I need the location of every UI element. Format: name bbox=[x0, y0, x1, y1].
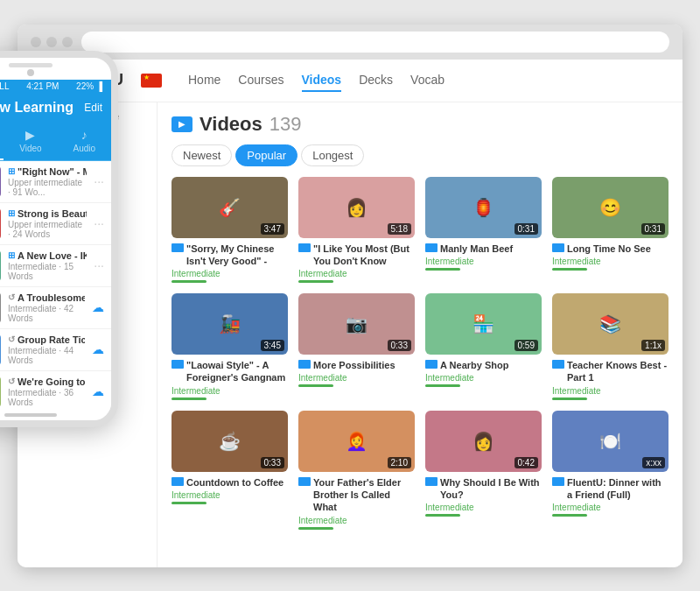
video-card[interactable]: 🍽️x:xxFluentU: Dinner with a Friend (Ful… bbox=[552, 411, 668, 530]
video-duration: x:xx bbox=[642, 457, 665, 468]
edit-button[interactable]: Edit bbox=[84, 102, 102, 114]
videos-section-icon: ▶ bbox=[172, 116, 192, 132]
item-info: ⊞"Right Now" - M...Upper intermediate · … bbox=[8, 166, 87, 197]
lang-badge-icon bbox=[298, 477, 311, 486]
video-title: Manly Man Beef bbox=[425, 243, 542, 255]
nav-vocab[interactable]: Vocab bbox=[410, 69, 444, 92]
item-thumbnail: 🛋️1:03 bbox=[0, 250, 1, 281]
video-card[interactable]: 📷0:33More PossibilitiesIntermediate bbox=[298, 293, 415, 400]
item-badge-icon: ↺ bbox=[8, 292, 15, 302]
video-card[interactable]: 😊0:31Long Time No SeeIntermediate bbox=[552, 177, 668, 284]
tab-audio-label: Audio bbox=[74, 144, 96, 153]
header-nav: Home Courses Videos Decks Vocab bbox=[188, 69, 444, 92]
video-duration: 3:45 bbox=[261, 340, 284, 351]
video-duration: 1:1x bbox=[641, 340, 665, 351]
video-level: Intermediate bbox=[425, 503, 542, 512]
nav-decks[interactable]: Decks bbox=[359, 69, 393, 92]
nav-courses[interactable]: Courses bbox=[238, 69, 284, 92]
video-card[interactable]: 🎸3:47"Sorry, My Chinese Isn't Very Good"… bbox=[172, 177, 288, 284]
video-title: More Possibilities bbox=[298, 359, 415, 371]
video-level: Intermediate bbox=[298, 516, 415, 525]
video-title: Why Should I Be With You? bbox=[425, 476, 542, 502]
lang-badge-icon bbox=[552, 243, 564, 252]
filter-newest[interactable]: Newest bbox=[172, 144, 232, 166]
item-action-icon[interactable]: ☁ bbox=[92, 342, 104, 356]
list-item[interactable]: 🎵3:53⊞"Right Now" - M...Upper intermedia… bbox=[0, 161, 111, 203]
filter-popular[interactable]: Popular bbox=[235, 144, 298, 166]
video-level: Intermediate bbox=[172, 386, 288, 396]
video-card[interactable]: 🏮0:31Manly Man BeefIntermediate bbox=[425, 177, 542, 284]
video-card[interactable]: 👩‍🦰2:10Your Father's Elder Brother Is Ca… bbox=[298, 411, 415, 530]
battery-label: 22% ▐ bbox=[76, 81, 102, 91]
language-flag[interactable] bbox=[141, 74, 162, 88]
tab-video[interactable]: ▶ Video bbox=[4, 123, 57, 160]
address-bar[interactable] bbox=[81, 32, 669, 53]
list-item[interactable]: 👥0:25↺We're Going to Be L...Intermediate… bbox=[0, 371, 111, 410]
nav-videos[interactable]: Videos bbox=[302, 69, 342, 92]
phone-tab-bar: ⊞ All ▶ Video ♪ Audio bbox=[0, 123, 111, 161]
item-thumbnail: 🎵3:53 bbox=[0, 166, 1, 197]
video-level: Intermediate bbox=[172, 269, 288, 278]
tab-audio[interactable]: ♪ Audio bbox=[58, 123, 111, 160]
video-card[interactable]: 🚂3:45"Laowai Style" - A Foreigner's Gang… bbox=[172, 293, 288, 400]
filter-longest[interactable]: Longest bbox=[301, 144, 364, 166]
video-card[interactable]: 📚1:1xTeacher Knows Best - Part 1Intermed… bbox=[552, 293, 668, 400]
list-item[interactable]: 🛋️1:03⊞A New Love - IKEA's Viral...Inter… bbox=[0, 245, 111, 287]
close-dot[interactable] bbox=[31, 37, 41, 47]
lang-badge-icon bbox=[552, 360, 564, 369]
video-level: Intermediate bbox=[552, 386, 668, 396]
maximize-dot[interactable] bbox=[62, 37, 73, 47]
video-level: Intermediate bbox=[552, 503, 668, 512]
browser-chrome bbox=[18, 25, 682, 60]
item-action-icon[interactable]: ··· bbox=[94, 258, 104, 272]
item-title: ⊞Strong is Beautiful - Nike bbox=[8, 208, 87, 219]
video-level: Intermediate bbox=[172, 490, 288, 500]
list-item[interactable]: 🎫0:40↺Group Rate TicketsIntermediate · 4… bbox=[0, 329, 111, 371]
video-level: Intermediate bbox=[425, 373, 542, 383]
list-item[interactable]: 💪0:32⊞Strong is Beautiful - NikeUpper in… bbox=[0, 203, 111, 245]
item-meta: Intermediate · 44 Words bbox=[8, 346, 85, 365]
lang-badge-icon bbox=[298, 243, 311, 252]
minimize-dot[interactable] bbox=[46, 37, 57, 47]
item-action-icon[interactable]: ··· bbox=[94, 174, 104, 188]
item-thumbnail: 👥0:25 bbox=[0, 376, 1, 407]
list-item[interactable]: 📋0:37↺A Troublesome VisaIntermediate · 4… bbox=[0, 287, 111, 329]
phone-camera bbox=[27, 69, 34, 76]
video-card[interactable]: 🏪0:59A Nearby ShopIntermediate bbox=[425, 293, 542, 400]
video-level: Intermediate bbox=[552, 257, 668, 266]
item-title: ⊞A New Love - IKEA's Viral... bbox=[8, 250, 87, 261]
item-badge-icon: ⊞ bbox=[8, 166, 15, 176]
video-level: Intermediate bbox=[425, 257, 542, 266]
phone-list: 🎵3:53⊞"Right Now" - M...Upper intermedia… bbox=[0, 161, 111, 410]
videos-area: ▶ Videos 139 Newest Popular Longest 🎸3:4… bbox=[158, 102, 682, 567]
item-thumbnail: 💪0:32 bbox=[0, 208, 1, 239]
video-card[interactable]: 👩0:42Why Should I Be With You?Intermedia… bbox=[425, 411, 542, 530]
item-action-icon[interactable]: ··· bbox=[94, 216, 104, 230]
item-meta: Upper intermediate · 24 Words bbox=[8, 220, 87, 239]
lang-badge-icon bbox=[425, 477, 438, 486]
video-title: FluentU: Dinner with a Friend (Full) bbox=[552, 476, 668, 502]
status-bar: ●●●●● BELL 4:21 PM 22% ▐ bbox=[0, 80, 111, 93]
phone-speaker bbox=[9, 63, 52, 67]
nav-home[interactable]: Home bbox=[188, 69, 220, 92]
video-duration: 2:10 bbox=[388, 457, 411, 468]
home-indicator[interactable] bbox=[4, 413, 57, 417]
item-action-icon[interactable]: ☁ bbox=[92, 300, 104, 314]
phone-header: ☰ Now Learning Edit bbox=[0, 93, 111, 123]
item-thumbnail: 📋0:37 bbox=[0, 292, 1, 323]
item-title: ⊞"Right Now" - M... bbox=[8, 166, 87, 177]
item-info: ↺Group Rate TicketsIntermediate · 44 Wor… bbox=[8, 334, 85, 365]
video-title: Countdown to Coffee bbox=[172, 476, 288, 489]
browser-window: ●●●●● BELL 4:21 PM 22% ▐ ☰ Now Learning … bbox=[18, 25, 682, 567]
carrier-label: ●●●●● BELL bbox=[0, 81, 9, 91]
video-duration: 0:42 bbox=[514, 457, 538, 468]
videos-count: 139 bbox=[270, 113, 302, 136]
video-card[interactable]: ☕0:33Countdown to CoffeeIntermediate bbox=[172, 411, 288, 530]
item-meta: Intermediate · 42 Words bbox=[8, 304, 85, 323]
audio-icon: ♪ bbox=[58, 128, 111, 142]
video-card[interactable]: 👩5:18"I Like You Most (But You Don't Kno… bbox=[298, 177, 415, 284]
item-title: ↺We're Going to Be L... bbox=[8, 376, 85, 387]
video-title: "Sorry, My Chinese Isn't Very Good" - bbox=[172, 243, 288, 268]
item-action-icon[interactable]: ☁ bbox=[92, 384, 104, 398]
item-meta: Intermediate · 15 Words bbox=[8, 262, 87, 281]
